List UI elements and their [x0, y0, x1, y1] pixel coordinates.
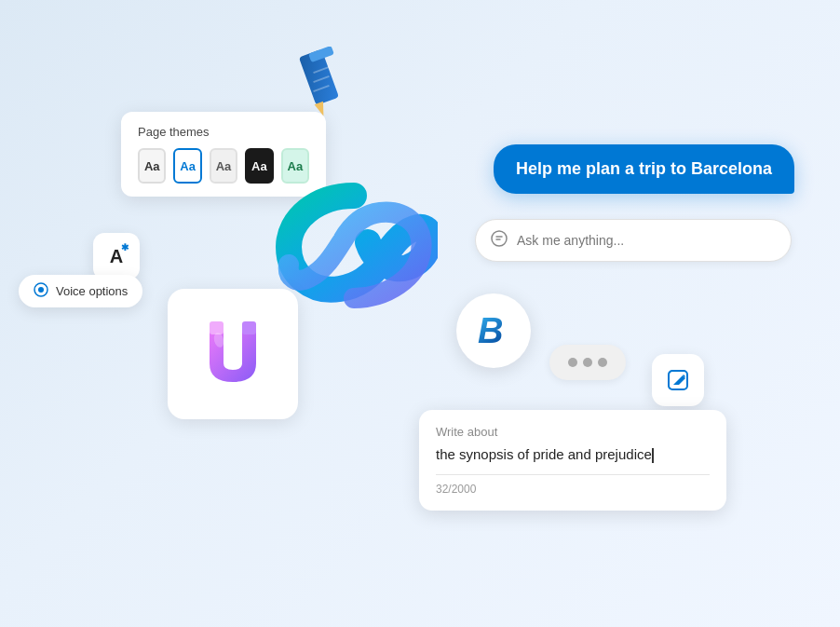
- barcelona-chat-bubble: Help me plan a trip to Barcelona: [494, 144, 794, 194]
- dot-1: [568, 358, 577, 367]
- voice-options-label: Voice options: [56, 284, 128, 298]
- svg-rect-8: [210, 321, 224, 334]
- theme-btn-gray[interactable]: Aa: [210, 148, 237, 184]
- write-card-text: the synopsis of pride and prejudice: [436, 446, 652, 462]
- text-cursor: [652, 448, 654, 463]
- svg-point-7: [38, 287, 44, 293]
- bing-logo-icon: B: [470, 307, 517, 354]
- write-card-divider: [436, 474, 710, 475]
- svg-text:B: B: [478, 311, 503, 350]
- svg-point-11: [492, 231, 507, 246]
- write-card-content: the synopsis of pride and prejudice: [436, 446, 710, 463]
- pencil-icon: [289, 47, 354, 121]
- voice-options-card[interactable]: Voice options: [19, 275, 142, 307]
- theme-btn-default[interactable]: Aa: [138, 148, 166, 184]
- write-card-counter: 32/2000: [436, 483, 710, 496]
- bing-chat-bubble[interactable]: B: [456, 293, 531, 368]
- magnet-app-card: [168, 289, 298, 419]
- pencil-icon-area: [289, 47, 354, 125]
- write-about-card: Write about the synopsis of pride and pr…: [419, 410, 726, 511]
- typing-dots-bubble: [549, 345, 626, 380]
- magnet-icon: [191, 312, 275, 396]
- theme-btn-selected[interactable]: Aa: [173, 148, 201, 184]
- search-input[interactable]: [517, 233, 776, 248]
- voice-icon: [34, 282, 48, 300]
- edit-icon-card[interactable]: [652, 354, 704, 406]
- search-bar[interactable]: [475, 219, 792, 262]
- barcelona-text: Help me plan a trip to Barcelona: [516, 159, 772, 178]
- edit-compose-icon: [665, 367, 691, 393]
- page-themes-title: Page themes: [138, 125, 309, 139]
- dot-3: [598, 358, 607, 367]
- font-a-card[interactable]: A ✱: [93, 233, 140, 279]
- write-card-title: Write about: [436, 425, 710, 439]
- svg-marker-1: [315, 102, 329, 118]
- dot-2: [583, 358, 592, 367]
- svg-rect-9: [242, 321, 256, 334]
- chat-bubble-icon: [491, 230, 508, 252]
- font-a-letter: A ✱: [110, 246, 123, 267]
